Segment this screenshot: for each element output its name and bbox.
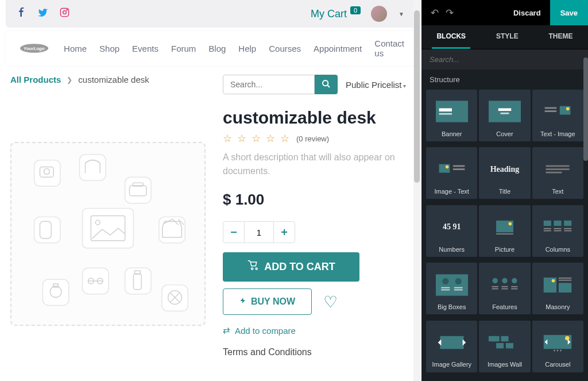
block-masonry[interactable]: Masonry	[532, 263, 583, 314]
twitter-icon[interactable]	[38, 7, 48, 21]
block-image-gallery[interactable]: Image Gallery	[426, 321, 477, 372]
top-actions: Discard Save	[504, 0, 588, 25]
svg-rect-52	[496, 233, 513, 234]
block-text-image[interactable]: Text - Image	[532, 90, 583, 141]
editor-tabs: BLOCKS STYLE THEME	[421, 25, 588, 49]
svg-text:YourLogo: YourLogo	[24, 46, 45, 51]
editor-scrollbar[interactable]	[583, 57, 588, 161]
svg-rect-54	[554, 221, 562, 226]
star-rating[interactable]: ☆ ☆ ☆ ☆ ☆	[223, 132, 291, 145]
preview-scrollbar[interactable]	[413, 0, 420, 381]
svg-rect-89	[496, 343, 504, 348]
svg-rect-76	[501, 288, 508, 289]
svg-point-51	[509, 222, 512, 226]
svg-rect-12	[42, 279, 68, 305]
instagram-icon[interactable]	[60, 7, 69, 21]
tab-blocks[interactable]: BLOCKS	[432, 25, 470, 49]
cart-link[interactable]: My Cart 0	[311, 8, 361, 20]
block-carousel[interactable]: Carousel	[532, 321, 583, 372]
qty-input[interactable]	[245, 221, 273, 243]
svg-rect-57	[554, 228, 562, 229]
svg-rect-66	[454, 287, 462, 288]
svg-point-79	[552, 279, 555, 282]
redo-icon[interactable]: ↷	[443, 5, 456, 21]
nav-events[interactable]: Events	[132, 44, 158, 53]
svg-marker-84	[438, 339, 441, 345]
block-picture[interactable]: Picture	[479, 205, 530, 257]
svg-line-30	[327, 85, 330, 87]
right-column: Public Pricelist customizable desk ☆ ☆ ☆…	[223, 75, 411, 357]
block-search-input[interactable]	[430, 55, 580, 64]
breadcrumb-root[interactable]: All Products	[10, 75, 61, 84]
svg-rect-74	[511, 286, 517, 287]
avatar-caret-icon[interactable]: ▼	[399, 11, 404, 17]
short-description[interactable]: A short description that will also appea…	[223, 151, 401, 178]
buy-now-label: BUY NOW	[251, 297, 295, 307]
svg-rect-65	[441, 287, 450, 288]
discard-button[interactable]: Discard	[504, 0, 550, 25]
block-features[interactable]: Features	[479, 263, 530, 314]
nav-help[interactable]: Help	[238, 44, 256, 53]
svg-rect-11	[125, 268, 151, 294]
undo-icon[interactable]: ↶	[428, 5, 441, 21]
block-numbers[interactable]: 45 91Numbers	[426, 205, 477, 257]
svg-rect-8	[159, 217, 185, 243]
block-columns[interactable]: Columns	[532, 205, 583, 257]
block-banner[interactable]: Banner	[426, 90, 477, 141]
compare-label: Add to compare	[235, 326, 296, 336]
svg-rect-47	[546, 165, 570, 167]
block-images-wall[interactable]: Images Wall	[479, 321, 530, 372]
svg-rect-81	[559, 279, 571, 280]
svg-rect-62	[436, 274, 468, 295]
tab-style[interactable]: STYLE	[492, 25, 523, 49]
nav-forum[interactable]: Forum	[171, 44, 196, 53]
blocks-grid: Banner Cover Text - Image Image - Text H…	[421, 90, 588, 381]
svg-rect-39	[545, 111, 557, 113]
nav-blog[interactable]: Blog	[208, 44, 226, 53]
qty-increase-button[interactable]: +	[273, 221, 295, 243]
svg-point-2	[67, 9, 67, 10]
buy-now-button[interactable]: BUY NOW	[223, 288, 312, 315]
svg-rect-80	[559, 278, 571, 279]
block-text[interactable]: Text	[532, 147, 583, 199]
save-button[interactable]: Save	[550, 0, 588, 25]
product-title[interactable]: customizable desk	[223, 108, 411, 128]
breadcrumb: All Products ❯ customizable desk	[10, 75, 206, 84]
add-to-cart-button[interactable]: ADD TO CART	[223, 252, 359, 282]
svg-point-97	[560, 350, 562, 352]
cart-label: My Cart	[311, 8, 347, 20]
svg-rect-46	[453, 168, 465, 170]
nav-home[interactable]: Home	[64, 44, 87, 53]
site-logo[interactable]: YourLogo	[17, 38, 51, 59]
tab-theme[interactable]: THEME	[544, 25, 578, 49]
block-image-text[interactable]: Image - Text	[426, 147, 477, 199]
block-cover[interactable]: Cover	[479, 90, 530, 141]
wishlist-icon[interactable]: ♡	[323, 293, 338, 311]
pricelist-dropdown[interactable]: Public Pricelist	[346, 80, 406, 90]
block-title[interactable]: HeadingTitle	[479, 147, 530, 199]
svg-rect-40	[560, 106, 571, 115]
add-to-cart-label: ADD TO CART	[264, 261, 335, 273]
svg-point-96	[557, 350, 559, 352]
user-avatar[interactable]	[371, 6, 387, 22]
qty-decrease-button[interactable]: −	[223, 221, 245, 243]
product-search-input[interactable]	[223, 75, 315, 94]
search-button[interactable]	[315, 75, 338, 94]
svg-rect-88	[489, 336, 496, 341]
terms-link[interactable]: Terms and Conditions	[223, 347, 411, 357]
nav-appointment[interactable]: Appointment	[314, 44, 362, 53]
svg-rect-33	[439, 113, 451, 115]
svg-rect-48	[546, 168, 570, 170]
svg-rect-83	[440, 336, 463, 349]
review-count: (0 review)	[296, 134, 329, 143]
compare-link[interactable]: ⇄ Add to compare	[223, 325, 411, 336]
editor-panel: ↶ ↷ Discard Save BLOCKS STYLE THEME Stru…	[421, 0, 588, 381]
product-image-placeholder[interactable]	[10, 142, 206, 326]
nav-contact[interactable]: Contact us	[374, 39, 404, 58]
svg-point-64	[455, 278, 461, 284]
block-big-boxes[interactable]: Big Boxes	[426, 263, 477, 314]
nav-shop[interactable]: Shop	[99, 44, 119, 53]
svg-rect-55	[564, 221, 572, 226]
nav-courses[interactable]: Courses	[269, 44, 301, 53]
facebook-icon[interactable]	[17, 7, 26, 21]
